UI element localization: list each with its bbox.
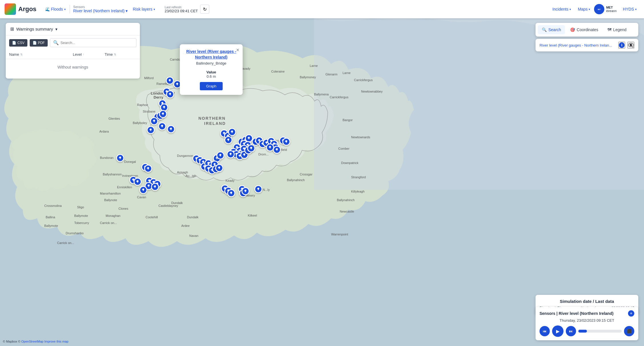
map-marker[interactable] xyxy=(166,90,174,98)
player-controls: ⏮ ▶ ⏭ ⬛ xyxy=(540,325,634,337)
layer-info-button[interactable]: ℹ xyxy=(618,42,625,49)
map-marker[interactable] xyxy=(216,151,224,159)
svg-point-172 xyxy=(266,143,267,144)
eye-off-icon: 👁‍🗨 xyxy=(628,42,634,48)
player-skip-forward-button[interactable]: ⏭ xyxy=(566,326,576,336)
hyds-label: HYDS xyxy=(623,7,634,11)
svg-point-80 xyxy=(170,95,170,95)
table-header: Name ⇅ Level ↑ Time ⇅ xyxy=(6,50,140,59)
player-end-button[interactable]: ⬛ xyxy=(624,326,634,336)
popup-value: 0.6 m xyxy=(184,74,238,79)
tab-search[interactable]: 🔍 Search xyxy=(538,25,565,34)
popup-close-button[interactable]: × xyxy=(236,47,239,53)
marker-icon xyxy=(218,153,222,157)
col-name-header[interactable]: Name ⇅ xyxy=(9,52,73,57)
map-marker[interactable] xyxy=(228,128,236,136)
map-marker[interactable] xyxy=(247,144,255,152)
map-marker[interactable] xyxy=(227,150,235,158)
search-tab-icon: 🔍 xyxy=(542,27,547,32)
app-name: Argos xyxy=(18,5,37,13)
end-icon: ⬛ xyxy=(627,329,632,333)
sort-icon-name: ⇅ xyxy=(20,53,23,56)
openstreetmap-link[interactable]: OpenStreetMap xyxy=(21,340,44,343)
map-marker[interactable] xyxy=(166,77,174,85)
marker-icon xyxy=(153,185,157,189)
sensor-value[interactable]: River level (Northern Ireland) ▾ xyxy=(73,9,128,13)
right-tabs: 🔍 Search 🎯 Coordinates 🗺 Legend xyxy=(536,23,638,37)
svg-point-192 xyxy=(231,193,232,194)
map-marker[interactable] xyxy=(224,136,232,144)
player-play-button[interactable]: ▶ xyxy=(552,325,564,337)
map-marker[interactable] xyxy=(158,122,166,130)
map-marker[interactable] xyxy=(159,110,167,118)
marker-icon xyxy=(168,92,172,96)
col-level-header[interactable]: Level ↑ xyxy=(73,52,105,57)
marker-icon xyxy=(230,130,234,134)
map-marker[interactable] xyxy=(150,117,158,125)
grid-icon: ⊞ xyxy=(10,26,14,32)
svg-point-160 xyxy=(244,155,245,156)
map-marker[interactable] xyxy=(227,189,235,197)
graph-button[interactable]: Graph xyxy=(200,82,223,90)
player-progress-bar[interactable] xyxy=(578,330,622,333)
nav-floods[interactable]: 🌊 Floods ▾ xyxy=(42,5,69,13)
map-marker[interactable] xyxy=(215,164,223,172)
map-marker[interactable] xyxy=(116,154,124,162)
coordinates-tab-icon: 🎯 xyxy=(570,27,575,32)
popup-title: River level (River gauges - Northern Ire… xyxy=(184,49,238,60)
nav-sep-1 xyxy=(70,5,70,13)
nav-risk-layers[interactable]: Risk layers ▾ xyxy=(130,5,158,13)
maps-label: Maps xyxy=(578,7,587,11)
map-marker[interactable] xyxy=(151,183,159,191)
map-marker[interactable] xyxy=(139,186,147,194)
marker-icon xyxy=(169,127,173,131)
svg-point-182 xyxy=(276,150,277,151)
map-marker[interactable] xyxy=(242,187,249,195)
coordinates-tab-label: Coordinates xyxy=(577,27,598,32)
refresh-button[interactable]: ↻ xyxy=(200,5,209,14)
map-marker[interactable] xyxy=(282,138,290,146)
player-progress-fill xyxy=(578,330,587,333)
player-skip-back-button[interactable]: ⏮ xyxy=(540,326,550,336)
svg-point-198 xyxy=(245,191,246,192)
last-refresh-value: 23/02/23 09:41 CET xyxy=(165,9,198,13)
logo-area: Argos xyxy=(5,3,37,15)
marker-icon xyxy=(243,189,247,193)
layer-visibility-button[interactable]: 👁‍🗨 xyxy=(627,42,634,49)
svg-point-140 xyxy=(248,138,249,139)
pdf-label: PDF xyxy=(38,41,45,45)
svg-point-90 xyxy=(162,114,163,115)
map-marker[interactable] xyxy=(273,146,281,154)
map-marker[interactable] xyxy=(147,126,155,134)
map-marker[interactable] xyxy=(134,178,142,186)
pdf-button[interactable]: 📄 PDF xyxy=(30,39,48,47)
marker-icon xyxy=(249,146,253,150)
skip-forward-icon: ⏭ xyxy=(569,329,573,333)
sensor-selector[interactable]: Sensors River level (Northern Ireland) ▾ xyxy=(73,5,128,13)
skip-back-icon: ⏮ xyxy=(543,329,547,333)
nav-incidents[interactable]: Incidents ▾ xyxy=(550,5,574,13)
tab-coordinates[interactable]: 🎯 Coordinates xyxy=(566,25,602,34)
tab-legend[interactable]: 🗺 Legend xyxy=(603,25,631,34)
info-icon: ℹ xyxy=(619,42,625,48)
marker-icon xyxy=(118,156,122,160)
map-marker[interactable] xyxy=(167,125,175,133)
map-marker[interactable] xyxy=(254,185,262,193)
marker-icon xyxy=(147,184,151,188)
search-input[interactable] xyxy=(61,41,133,45)
map-marker[interactable] xyxy=(144,165,152,173)
last-refresh-label: Last refresh: xyxy=(165,5,198,9)
marker-icon xyxy=(229,191,233,195)
hyds-dropdown-arrow: ▾ xyxy=(635,8,637,11)
nav-maps[interactable]: Maps ▾ xyxy=(575,5,593,13)
warnings-header[interactable]: ⊞ Warnings summary ▾ xyxy=(6,23,140,35)
improve-link[interactable]: Improve this map xyxy=(44,340,68,343)
svg-point-202 xyxy=(217,158,218,159)
nav-hyds[interactable]: HYDS ▾ xyxy=(620,5,639,13)
svg-point-98 xyxy=(170,129,171,130)
col-time-header[interactable]: Time ⇅ xyxy=(105,52,137,57)
sensors-add-button[interactable]: + xyxy=(628,310,634,317)
legend-tab-label: Legend xyxy=(613,27,627,32)
map-copyright: © Mapbox © OpenStreetMap Improve this ma… xyxy=(3,340,69,343)
csv-button[interactable]: 📄 CSV xyxy=(9,39,27,47)
